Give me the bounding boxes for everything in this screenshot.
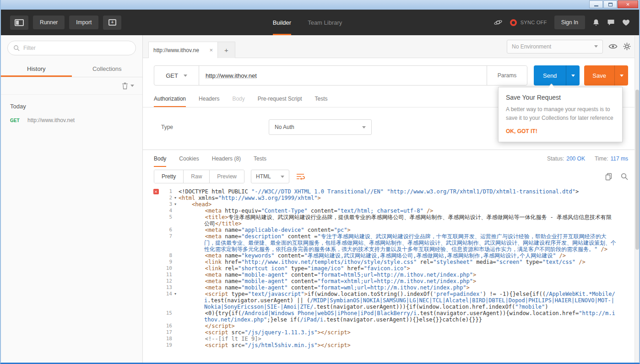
fold-arrow-icon[interactable]: ▾	[172, 195, 179, 201]
sidebar-toggle-button[interactable]	[10, 16, 28, 30]
filter-box	[7, 41, 136, 55]
send-options-button[interactable]	[566, 65, 580, 86]
gutter: 9	[152, 259, 179, 265]
wrap-text-icon[interactable]	[296, 172, 305, 181]
fold-arrow-icon	[172, 329, 179, 336]
new-tab-button[interactable]: +	[218, 42, 235, 58]
copy-icon[interactable]	[605, 173, 613, 181]
new-window-button[interactable]: +	[103, 16, 121, 30]
code-line: 16 </script>	[152, 323, 639, 329]
history-toolbar	[1, 77, 142, 95]
fold-arrow-icon[interactable]: ▾	[172, 201, 179, 208]
view-mode-group: Pretty Raw Preview	[154, 170, 244, 183]
scrollbar[interactable]	[635, 36, 639, 363]
window-minimize-button[interactable]	[589, 0, 603, 8]
language-select[interactable]: HTML	[251, 170, 289, 183]
url-input[interactable]	[199, 66, 487, 85]
chevron-down-icon	[362, 126, 366, 128]
chevron-down-icon[interactable]	[130, 85, 134, 87]
save-split-button: Save	[584, 65, 628, 86]
filter-input[interactable]	[23, 45, 130, 51]
tab-team-library[interactable]: Team Library	[308, 10, 342, 35]
preview-button[interactable]: Preview	[210, 170, 244, 183]
window-titlebar[interactable]: ×	[1, 0, 639, 10]
feedback-chat-icon[interactable]	[607, 19, 615, 26]
favorites-heart-icon[interactable]	[622, 19, 630, 26]
gutter: 3▾	[152, 201, 179, 208]
auth-type-label: Type	[161, 124, 269, 130]
import-button[interactable]: Import	[69, 16, 98, 29]
fold-arrow-icon	[172, 214, 179, 227]
main-panel: http://www.ithov.ne × + No Environment	[143, 35, 639, 363]
gutter: 2▾	[152, 195, 179, 201]
tab-body[interactable]: Body	[232, 90, 244, 107]
code-line: 7 <meta name="description" content ="专注于…	[152, 233, 639, 252]
clear-history-trash-icon[interactable]	[122, 82, 128, 90]
fold-arrow-icon	[172, 278, 179, 284]
tab-response-cookies[interactable]: Cookies	[179, 150, 199, 167]
line-number: 15	[160, 310, 172, 323]
sync-status[interactable]: SYNC OFF	[510, 19, 547, 26]
fold-arrow-icon[interactable]: ▾	[172, 291, 179, 310]
line-number: 2	[160, 195, 172, 201]
tab-response-headers[interactable]: Headers (8)	[212, 150, 241, 167]
code-line: ×1<!DOCTYPE html PUBLIC "-//W3C//DTD XHT…	[152, 188, 639, 195]
close-tab-icon[interactable]: ×	[209, 47, 213, 54]
notifications-bell-icon[interactable]	[592, 19, 600, 27]
tab-response-tests[interactable]: Tests	[254, 150, 266, 167]
environment-preview-eye-icon[interactable]	[608, 43, 618, 50]
line-number: 17	[160, 329, 172, 336]
params-button[interactable]: Params	[487, 66, 527, 85]
method-select[interactable]: GET	[154, 66, 199, 85]
settings-gear-icon[interactable]	[623, 43, 631, 50]
tab-builder[interactable]: Builder	[273, 10, 291, 35]
line-number: 7	[160, 233, 172, 252]
gutter: 19	[152, 342, 179, 348]
tab-authorization[interactable]: Authorization	[154, 90, 186, 107]
popover-dismiss-button[interactable]: OK, GOT IT!	[506, 128, 615, 134]
auth-type-select[interactable]: No Auth	[269, 119, 372, 135]
tab-history[interactable]: History	[1, 61, 72, 77]
app-toolbar: Runner Import + Builder Team Library SYN…	[1, 10, 639, 35]
fold-arrow-icon	[172, 233, 179, 252]
scrollbar-thumb[interactable]	[635, 90, 639, 250]
request-tab[interactable]: http://www.ithov.ne ×	[148, 42, 218, 58]
line-number: 4	[160, 208, 172, 214]
sync-off-icon	[510, 19, 517, 26]
code-text: <meta http-equiv="Content-Type" content=…	[179, 208, 639, 214]
response-body-code: ×1<!DOCTYPE html PUBLIC "-//W3C//DTD XHT…	[143, 186, 639, 363]
window-close-button[interactable]: ×	[618, 0, 638, 8]
code-line: 13 <meta name="mobile-agent" content="fo…	[152, 284, 639, 291]
method-value: GET	[166, 72, 178, 79]
line-number: 9	[160, 259, 172, 265]
send-button[interactable]: Send	[534, 65, 566, 86]
history-item[interactable]: GET http://www.ithov.net	[1, 114, 142, 126]
window-maximize-button[interactable]	[603, 0, 617, 8]
save-button[interactable]: Save	[584, 65, 614, 86]
pretty-button[interactable]: Pretty	[154, 170, 184, 183]
tab-pre-request-script[interactable]: Pre-request Script	[258, 90, 302, 107]
language-value: HTML	[256, 173, 271, 180]
code-text: <0){try{if(/Android|Windows Phone|webOS|…	[179, 310, 639, 323]
line-number: 12	[160, 278, 172, 284]
save-options-button[interactable]	[614, 65, 628, 86]
code-line: 10 <link rel="shortcut icon" type="image…	[152, 265, 639, 272]
interceptor-icon[interactable]	[494, 18, 503, 27]
response-tabs: Body Cookies Headers (8) Tests Status: 2…	[143, 150, 639, 167]
history-group-label: Today	[1, 95, 142, 114]
tab-response-body[interactable]: Body	[154, 150, 166, 167]
search-response-icon[interactable]	[621, 173, 628, 180]
runner-button[interactable]: Runner	[33, 16, 65, 29]
environment-select[interactable]: No Environment	[507, 40, 603, 54]
code-line: 14▾ <script type="text/javascript">if(wi…	[152, 291, 639, 310]
tab-tests[interactable]: Tests	[315, 90, 327, 107]
tab-headers[interactable]: Headers	[199, 90, 219, 107]
chevron-down-icon	[571, 75, 575, 77]
raw-button[interactable]: Raw	[184, 170, 210, 183]
gutter: 15	[152, 310, 179, 323]
tab-collections[interactable]: Collections	[72, 61, 143, 77]
code-line: 8 <meta name="keywords" content="孝感网站建设,…	[152, 252, 639, 259]
sync-status-label: SYNC OFF	[521, 20, 547, 25]
chevron-down-icon	[594, 45, 598, 48]
sign-in-button[interactable]: Sign In	[554, 16, 585, 29]
